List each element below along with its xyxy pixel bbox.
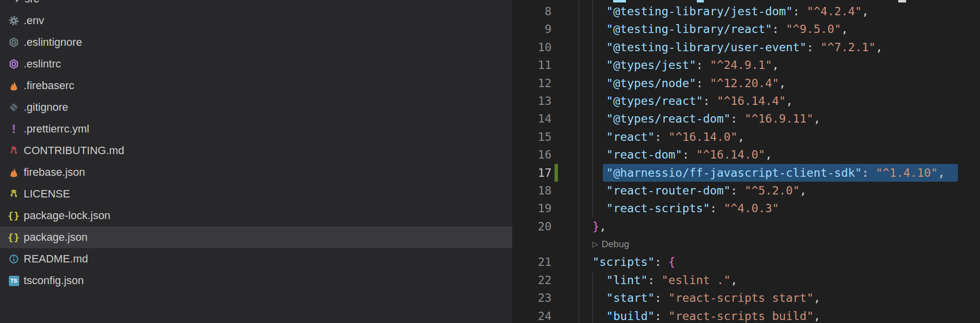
- token-key: "react": [606, 130, 654, 143]
- code-editor[interactable]: 89101112131415161718192021222324 "@testi…: [512, 0, 980, 323]
- token-string: "^12.20.4": [710, 76, 779, 90]
- line-number-14[interactable]: 14: [512, 110, 552, 128]
- file-item-package-json[interactable]: {}package.json: [0, 226, 512, 248]
- token-punct: :: [696, 76, 710, 90]
- selection-highlight: "@harnessio/ff-javascript-client-sdk": "…: [603, 164, 958, 182]
- line-number-11[interactable]: 11: [512, 56, 552, 74]
- line-number-20[interactable]: 20: [512, 218, 552, 235]
- line-number-17[interactable]: 17: [512, 164, 552, 182]
- line-number-9[interactable]: 9: [512, 20, 552, 38]
- file-item-license[interactable]: LICENSE: [0, 183, 512, 205]
- code-line-21[interactable]: "scripts": {: [579, 253, 945, 271]
- token-key: "scripts": [592, 255, 654, 268]
- line-number-16[interactable]: 16: [512, 146, 552, 163]
- file-item--env[interactable]: .env: [0, 10, 512, 32]
- code-line-23[interactable]: "start": "react-scripts start",: [579, 289, 945, 307]
- keys-icon: [8, 145, 19, 156]
- code-line-13[interactable]: "@types/react": "^16.14.4",: [579, 92, 945, 110]
- code-line-12[interactable]: "@types/node": "^12.20.4",: [579, 74, 945, 92]
- file-list: src.env.eslintignore.eslintrc.firebaserc…: [0, 0, 512, 291]
- file-label: package-lock.json: [24, 209, 110, 222]
- file-item--gitignore[interactable]: .gitignore: [0, 97, 512, 118]
- code-line-16[interactable]: "react-dom": "^16.14.0",: [579, 146, 945, 163]
- token-key: "@types/jest": [606, 58, 696, 71]
- braces-icon: {}: [8, 210, 19, 221]
- token-string: "^7.2.1": [820, 40, 876, 54]
- braces-icon: {}: [8, 232, 19, 243]
- file-label: .firebaserc: [24, 79, 74, 92]
- token-punct: ,: [814, 112, 820, 125]
- git-modified-indicator: [555, 164, 558, 182]
- vscode-window: src.env.eslintignore.eslintrc.firebaserc…: [0, 0, 980, 323]
- code-line-10[interactable]: "@testing-library/user-event": "^7.2.1",: [579, 38, 945, 56]
- token-key: "@harnessio/ff-javascript-client-sdk": [606, 166, 862, 179]
- firebase-icon: [8, 80, 19, 91]
- token-punct: ,: [800, 184, 807, 197]
- code-line-24[interactable]: "build": "react-scripts build",: [579, 307, 945, 323]
- line-number-22[interactable]: 22: [512, 271, 552, 289]
- line-number-gutter[interactable]: 89101112131415161718192021222324: [512, 2, 552, 323]
- code-line-19[interactable]: "react-scripts": "^4.0.3": [579, 199, 945, 217]
- line-number-19[interactable]: 19: [512, 199, 552, 217]
- token-punct: ,: [765, 148, 772, 161]
- token-punct: ,: [731, 273, 738, 287]
- explorer-sidebar: src.env.eslintignore.eslintrc.firebaserc…: [0, 0, 512, 323]
- code-line-11[interactable]: "@types/jest": "^24.9.1",: [579, 56, 945, 74]
- code-line-22[interactable]: "lint": "eslint .",: [579, 271, 945, 289]
- token-punct: :: [654, 130, 668, 143]
- file-label: .env: [24, 14, 44, 27]
- token-punct: :: [654, 291, 668, 304]
- token-punct: ,: [938, 166, 945, 179]
- line-number-8[interactable]: 8: [512, 2, 552, 20]
- line-number-23[interactable]: 23: [512, 289, 552, 307]
- code-line-14[interactable]: "@types/react-dom": "^16.9.11",: [579, 110, 945, 128]
- token-key: "react-scripts": [606, 201, 710, 215]
- info-icon: [8, 254, 19, 264]
- token-punct: ,: [599, 220, 606, 233]
- token-key: "@testing-library/react": [606, 22, 772, 35]
- line-number-21[interactable]: 21: [512, 253, 552, 271]
- token-punct: :: [654, 255, 668, 268]
- codelens-debug[interactable]: ▷Debug: [592, 235, 958, 253]
- token-key: "@types/react": [606, 94, 703, 107]
- token-punct: :: [696, 58, 710, 71]
- file-item--eslintrc[interactable]: .eslintrc: [0, 53, 512, 75]
- file-item--firebaserc[interactable]: .firebaserc: [0, 75, 512, 97]
- token-punct: ,: [786, 94, 793, 107]
- file-label: CONTRIBUTING.md: [24, 144, 124, 157]
- token-key: "@types/node": [606, 76, 696, 90]
- token-string: "^9.5.0": [786, 22, 841, 35]
- line-number-24[interactable]: 24: [512, 307, 552, 323]
- file-label: package.json: [24, 231, 88, 244]
- exclamation-icon: !: [8, 124, 19, 134]
- file-label: firebase.json: [24, 166, 85, 179]
- line-number-10[interactable]: 10: [512, 38, 552, 56]
- code-content[interactable]: "@testing-library/jest-dom": "^4.2.4", "…: [579, 2, 945, 323]
- file-item-contributing-md[interactable]: CONTRIBUTING.md: [0, 140, 512, 162]
- code-line-15[interactable]: "react": "^16.14.0",: [579, 128, 945, 146]
- file-item-package-lock-json[interactable]: {}package-lock.json: [0, 205, 512, 226]
- line-number-18[interactable]: 18: [512, 182, 552, 199]
- code-line-17[interactable]: "@harnessio/ff-javascript-client-sdk": "…: [579, 164, 945, 182]
- token-string: "eslint .": [661, 273, 730, 287]
- line-number-12[interactable]: 12: [512, 74, 552, 92]
- code-line-9[interactable]: "@testing-library/react": "^9.5.0",: [579, 20, 945, 38]
- folder-item-src[interactable]: src: [0, 0, 512, 10]
- code-line-18[interactable]: "react-router-dom": "^5.2.0",: [579, 182, 945, 199]
- token-bracket: {: [668, 255, 675, 268]
- code-line-8[interactable]: "@testing-library/jest-dom": "^4.2.4",: [579, 2, 945, 20]
- file-item--prettierrc-yml[interactable]: !.prettierrc.yml: [0, 118, 512, 140]
- file-item--eslintignore[interactable]: .eslintignore: [0, 32, 512, 53]
- file-label: src: [25, 0, 39, 5]
- line-number-15[interactable]: 15: [512, 128, 552, 146]
- file-item-readme-md[interactable]: README.md: [0, 248, 512, 270]
- token-string: "^24.9.1": [710, 58, 772, 71]
- token-key: "build": [606, 309, 654, 323]
- code-line-20[interactable]: },: [579, 218, 945, 235]
- file-label: .eslintignore: [24, 36, 82, 49]
- file-item-firebase-json[interactable]: firebase.json: [0, 162, 512, 183]
- token-punct: ,: [738, 130, 745, 143]
- line-number-13[interactable]: 13: [512, 92, 552, 110]
- file-item-tsconfig-json[interactable]: TStsconfig.json: [0, 270, 512, 291]
- file-label: README.md: [24, 253, 88, 265]
